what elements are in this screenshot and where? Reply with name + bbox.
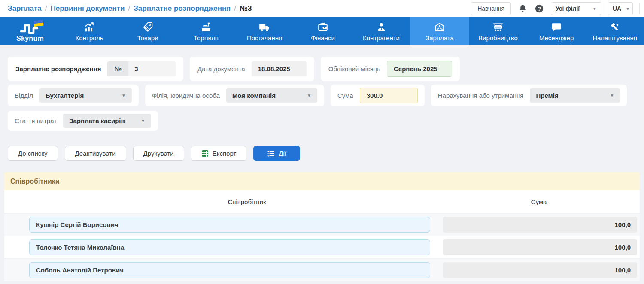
nav-item-label: Товари — [137, 34, 158, 42]
nav-item-supply[interactable]: Постачання — [235, 17, 294, 45]
language-select[interactable]: UA ▼ — [608, 2, 633, 15]
accrual-card: Нарахування або утримання Премія ▼ — [431, 85, 627, 106]
actions-menu-button[interactable]: Дії — [253, 146, 300, 161]
person-icon — [376, 21, 387, 33]
nav-item-goods[interactable]: Товари — [118, 17, 177, 45]
brand-name: Skynum — [16, 35, 44, 42]
salary-envelope-icon — [434, 21, 445, 33]
language-value: UA — [613, 5, 621, 12]
branch-filter-select[interactable]: Усі філії ▼ — [551, 2, 601, 15]
main-navigation: Skynum Контроль Товари — [0, 17, 644, 45]
breadcrumb-doc-number: №3 — [240, 4, 252, 13]
column-header-employee: Співробітник — [4, 198, 438, 205]
chevron-down-icon: ▼ — [141, 118, 145, 123]
wallet-icon — [317, 21, 328, 33]
accrual-label: Нарахування або утримання — [438, 92, 524, 99]
column-header-sum: Сума — [438, 198, 640, 205]
nav-item-messenger[interactable]: Месенджер — [527, 17, 586, 45]
breadcrumb: Зарплата / Первинні документи / Зарплатн… — [8, 4, 252, 13]
price-tag-icon — [142, 21, 153, 33]
ukraine-flag-icon — [33, 20, 44, 27]
table-row: Соболь Анатолій Петрович 100,0 — [4, 258, 640, 281]
expense-row: Стаття витрат Зарплата касирів ▼ — [0, 111, 644, 131]
employees-section: Співробітники Співробітник Сума Кушнір С… — [4, 172, 640, 281]
table-row: Толочко Тетяна Миколаївна 100,0 — [4, 236, 640, 258]
delivery-truck-icon — [258, 21, 270, 33]
chevron-down-icon: ▼ — [122, 93, 126, 98]
topbar-actions: Навчання ? Усі філії ▼ UA ▼ — [471, 2, 640, 15]
doc-date-input[interactable]: 18.08.2025 — [252, 61, 307, 76]
skynum-pulse-icon — [19, 21, 41, 36]
bell-icon[interactable] — [517, 3, 528, 14]
action-buttons-row: До списку Деактивувати Друкувати Експорт… — [8, 146, 644, 161]
department-value: Бухгалтерія — [46, 92, 84, 99]
chevron-down-icon: ▼ — [610, 93, 614, 98]
employee-name-input[interactable]: Кушнір Сергій Борисович — [29, 217, 430, 233]
breadcrumb-primary-documents[interactable]: Первинні документи — [51, 4, 125, 13]
branch-filter-value: Усі філії — [556, 5, 580, 12]
company-label: Філія, юридична особа — [152, 92, 220, 99]
doc-title-label: Зарплатне розпорядження — [15, 65, 101, 73]
checklist-icon — [267, 150, 275, 157]
employee-sum-input[interactable]: 100,0 — [443, 217, 637, 233]
brand-logo[interactable]: Skynum — [0, 17, 60, 45]
chevron-down-icon: ▼ — [307, 93, 311, 98]
employee-sum-input[interactable]: 100,0 — [443, 262, 637, 278]
department-label: Відділ — [15, 92, 33, 99]
department-select[interactable]: Бухгалтерія ▼ — [39, 88, 132, 103]
company-select[interactable]: Моя компанія ▼ — [226, 88, 317, 103]
export-button[interactable]: Експорт — [191, 146, 247, 161]
deactivate-button[interactable]: Деактивувати — [65, 146, 126, 161]
document-header-row: Зарплатне розпорядження № 3 Дата докумен… — [0, 57, 644, 81]
doc-number-card: Зарплатне розпорядження № 3 — [8, 57, 183, 81]
document-params-row: Відділ Бухгалтерія ▼ Філія, юридична осо… — [0, 85, 644, 106]
month-label: Обліковий місяць — [328, 65, 380, 73]
chevron-down-icon: ▼ — [626, 6, 630, 11]
doc-number-prefix: № — [107, 61, 128, 76]
breadcrumb-separator: / — [128, 4, 130, 13]
table-row: Кушнір Сергій Борисович 100,0 — [4, 213, 640, 236]
breadcrumb-salary[interactable]: Зарплата — [8, 4, 42, 13]
accounting-month-card: Обліковий місяць Серпень 2025 — [321, 57, 460, 81]
expense-card: Стаття витрат Зарплата касирів ▼ — [8, 111, 158, 131]
nav-item-control[interactable]: Контроль — [60, 17, 118, 45]
export-button-label: Експорт — [213, 150, 237, 157]
nav-item-label: Зарплата — [425, 34, 454, 42]
expense-label: Стаття витрат — [15, 117, 57, 124]
breadcrumb-salary-order[interactable]: Зарплатне розпорядження — [134, 4, 231, 13]
accrual-select[interactable]: Премія ▼ — [530, 88, 620, 103]
doc-number-group: № 3 — [107, 61, 176, 76]
company-value: Моя компанія — [232, 92, 276, 99]
doc-date-card: Дата документа 18.08.2025 — [190, 57, 314, 81]
nav-item-salary[interactable]: Зарплата — [410, 17, 469, 45]
nav-item-finance[interactable]: Фінанси — [294, 17, 352, 45]
nav-item-trade[interactable]: Торгівля — [177, 17, 235, 45]
spreadsheet-icon — [201, 150, 209, 157]
nav-item-settings[interactable]: Налаштування — [586, 17, 644, 45]
back-to-list-button[interactable]: До списку — [8, 146, 58, 161]
nav-item-label: Виробництво — [478, 34, 518, 42]
nav-item-production[interactable]: Виробництво — [469, 17, 527, 45]
employee-sum-input[interactable]: 100,0 — [443, 239, 637, 255]
nav-item-label: Фінанси — [311, 34, 335, 42]
help-icon[interactable]: ? — [534, 3, 544, 14]
print-button[interactable]: Друкувати — [133, 146, 184, 161]
topbar-divider — [639, 3, 640, 14]
nav-item-counterparties[interactable]: Контрагенти — [352, 17, 410, 45]
sum-input[interactable]: 300.0 — [360, 88, 418, 103]
actions-menu-label: Дії — [279, 150, 286, 157]
accrual-value: Премія — [536, 92, 558, 99]
employee-name-input[interactable]: Соболь Анатолій Петрович — [29, 262, 430, 278]
employee-name-input[interactable]: Толочко Тетяна Миколаївна — [29, 239, 430, 255]
company-card: Філія, юридична особа Моя компанія ▼ — [145, 85, 324, 106]
expense-select[interactable]: Зарплата касирів ▼ — [63, 114, 151, 128]
training-button[interactable]: Навчання — [471, 2, 511, 15]
employees-section-title: Співробітники — [4, 172, 640, 190]
breadcrumb-separator: / — [45, 4, 47, 13]
department-card: Відділ Бухгалтерія ▼ — [8, 85, 139, 106]
doc-number-input[interactable]: 3 — [128, 61, 176, 76]
nav-item-label: Месенджер — [539, 34, 574, 42]
chevron-down-icon: ▼ — [592, 6, 597, 11]
month-input[interactable]: Серпень 2025 — [387, 61, 452, 77]
top-bar: Зарплата / Первинні документи / Зарплатн… — [0, 0, 644, 17]
